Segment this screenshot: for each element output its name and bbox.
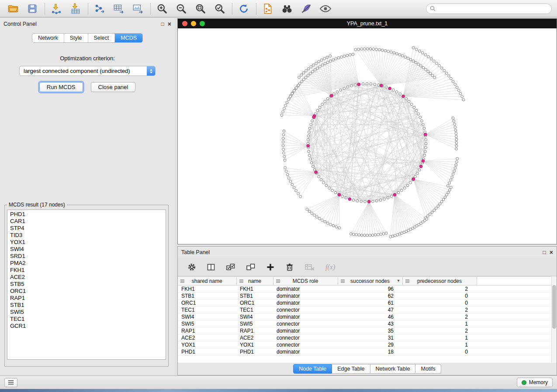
cell-name[interactable]: RAP1 [236, 327, 273, 334]
table-row[interactable]: STB1STB1dominator620 [178, 292, 557, 299]
cell-mcds-role[interactable]: dominator [273, 292, 338, 299]
cell-predecessor-nodes[interactable]: 2 [402, 306, 477, 313]
cell-shared-name[interactable]: RAP1 [178, 327, 236, 334]
tab-network[interactable]: Network [32, 34, 64, 42]
show-hide-graphics-button[interactable] [318, 2, 333, 16]
network-canvas[interactable] [178, 28, 557, 244]
column-header-name[interactable]: name [236, 277, 273, 285]
cell-predecessor-nodes[interactable]: 0 [402, 299, 477, 306]
table-scrollbar-thumb[interactable] [552, 285, 556, 329]
cell-successor-nodes[interactable]: 62 [338, 292, 402, 299]
save-session-button[interactable] [24, 2, 40, 16]
float-panel-icon[interactable]: □ [161, 21, 164, 27]
cell-shared-name[interactable]: ACE2 [178, 334, 236, 341]
cell-predecessor-nodes[interactable]: 1 [402, 320, 477, 327]
mcds-node-item[interactable]: PHD1 [10, 211, 163, 218]
cell-shared-name[interactable]: FKH1 [178, 285, 236, 292]
select-all-button[interactable] [226, 263, 235, 272]
close-panel-icon[interactable]: × [168, 21, 171, 27]
export-network-button[interactable] [92, 2, 107, 16]
network-document-button[interactable] [260, 2, 276, 16]
export-image-button[interactable] [130, 2, 146, 16]
cell-name[interactable]: ORC1 [236, 299, 273, 306]
cell-successor-nodes[interactable]: 46 [338, 313, 402, 320]
table-row[interactable]: YOX1YOX1connector291 [178, 341, 557, 348]
cell-predecessor-nodes[interactable]: 2 [402, 285, 477, 292]
cell-shared-name[interactable]: SWI4 [178, 313, 236, 320]
cell-predecessor-nodes[interactable]: 1 [402, 334, 477, 341]
tab-edge-table[interactable]: Edge Table [332, 364, 370, 374]
close-window-icon[interactable] [182, 21, 187, 26]
column-header-predecessor-nodes[interactable]: predecessor nodes [402, 277, 477, 285]
tab-mcds[interactable]: MCDS [114, 34, 142, 42]
refresh-button[interactable] [236, 2, 252, 16]
add-row-button[interactable] [266, 263, 275, 272]
search-input[interactable] [438, 6, 548, 12]
cell-name[interactable]: YOX1 [236, 341, 273, 348]
import-table-button[interactable] [68, 2, 83, 16]
mcds-node-item[interactable]: STB5 [10, 281, 163, 288]
tab-select[interactable]: Select [88, 34, 115, 42]
cell-name[interactable]: SWI4 [236, 313, 273, 320]
mcds-result-list[interactable]: PHD1CAR1STP4TID3YOX1SWI4SRD1PMA2FKH1ACE2… [7, 210, 166, 360]
tab-motifs[interactable]: Motifs [415, 364, 441, 374]
cell-successor-nodes[interactable]: 96 [338, 285, 402, 292]
table-row[interactable]: RAP1RAP1dominator352 [178, 327, 557, 334]
cell-mcds-role[interactable]: dominator [273, 327, 338, 334]
table-row[interactable]: SWI5SWI5connector431 [178, 320, 557, 327]
column-header-shared-name[interactable]: shared name [178, 277, 236, 285]
deselect-all-button[interactable] [246, 263, 256, 272]
mcds-node-item[interactable]: PMA2 [10, 260, 163, 267]
cell-name[interactable]: PHD1 [236, 348, 273, 355]
table-scrollbar[interactable] [551, 276, 557, 363]
show-columns-button[interactable] [207, 263, 215, 272]
mcds-node-item[interactable]: TEC1 [10, 316, 163, 323]
cell-successor-nodes[interactable]: 18 [338, 348, 402, 355]
table-row[interactable]: SWI4SWI4dominator462 [178, 313, 557, 320]
mcds-node-item[interactable]: ACE2 [10, 274, 163, 281]
panel-menu-button[interactable] [4, 378, 17, 387]
mcds-node-item[interactable]: STB1 [10, 302, 163, 309]
import-network-button[interactable] [48, 2, 64, 16]
delete-row-button[interactable] [285, 263, 294, 272]
cell-successor-nodes[interactable]: 31 [338, 334, 402, 341]
cell-name[interactable]: TEC1 [236, 306, 273, 313]
column-header-mcds-role[interactable]: MCDS role [273, 277, 338, 285]
cell-name[interactable]: ACE2 [236, 334, 273, 341]
tab-network-table[interactable]: Network Table [370, 364, 416, 374]
cell-mcds-role[interactable]: connector [273, 306, 338, 313]
mcds-node-item[interactable]: STP4 [10, 225, 163, 232]
cell-shared-name[interactable]: YOX1 [178, 341, 236, 348]
mcds-node-item[interactable]: CAR1 [10, 218, 163, 225]
zoom-selected-button[interactable] [212, 2, 228, 16]
find-button[interactable] [279, 2, 295, 16]
cell-shared-name[interactable]: PHD1 [178, 348, 236, 355]
minimize-window-icon[interactable] [191, 21, 196, 26]
cell-mcds-role[interactable]: dominator [273, 299, 338, 306]
mcds-node-item[interactable]: YOX1 [10, 239, 163, 246]
clear-table-button[interactable] [304, 263, 315, 272]
cell-mcds-role[interactable]: dominator [273, 285, 338, 292]
mcds-node-item[interactable]: FKH1 [10, 267, 163, 274]
search-field[interactable] [426, 3, 552, 14]
cell-successor-nodes[interactable]: 43 [338, 320, 402, 327]
cell-name[interactable]: SWI5 [236, 320, 273, 327]
table-row[interactable]: FKH1FKH1dominator962 [178, 285, 557, 292]
cell-shared-name[interactable]: ORC1 [178, 299, 236, 306]
criterion-select[interactable]: largest connected component (undirected) [19, 66, 156, 76]
tab-style[interactable]: Style [64, 34, 88, 42]
cell-mcds-role[interactable]: connector [273, 334, 338, 341]
cell-mcds-role[interactable]: connector [273, 320, 338, 327]
cell-successor-nodes[interactable]: 35 [338, 327, 402, 334]
float-table-panel-icon[interactable]: □ [543, 250, 546, 255]
cell-mcds-role[interactable]: dominator [273, 313, 338, 320]
cell-shared-name[interactable]: SWI5 [178, 320, 236, 327]
cell-predecessor-nodes[interactable]: 0 [402, 292, 477, 299]
cell-shared-name[interactable]: TEC1 [178, 306, 236, 313]
table-row[interactable]: PHD1PHD1dominator180 [178, 348, 557, 355]
zoom-fit-button[interactable] [193, 2, 208, 16]
mcds-node-item[interactable]: SRD1 [10, 253, 163, 260]
function-builder-button[interactable]: f(x) [325, 263, 335, 271]
network-window-titlebar[interactable]: YPA_prune.txt_1 [178, 19, 557, 28]
table-row[interactable]: ACE2ACE2connector311 [178, 334, 557, 341]
